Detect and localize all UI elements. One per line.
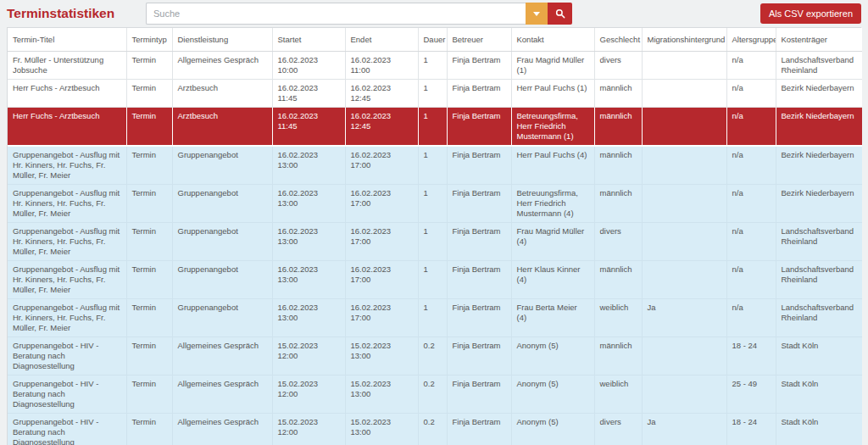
column-header-dienstleistung[interactable]: Dienstleistung [172, 28, 272, 52]
cell-termin-titel: Gruppenangebot - Ausflug mit Hr. Kinners… [8, 146, 126, 185]
table-row[interactable]: Gruppenangebot - Ausflug mit Hr. Kinners… [8, 261, 862, 299]
column-header-migrationshintergrund[interactable]: Migrationshintergrund [642, 28, 726, 52]
search-icon [555, 8, 565, 19]
cell-kostentraeger: Bezirk Niederbayern [776, 146, 862, 185]
cell-dauer: 1 [418, 80, 447, 108]
cell-altersgruppe: n/a [726, 185, 776, 223]
cell-termintyp: Termin [126, 80, 172, 108]
table-row[interactable]: Gruppenangebot - HIV - Beratung nach Dia… [8, 337, 862, 375]
cell-dienstleistung: Gruppenangebot [172, 223, 272, 261]
cell-dauer: 1 [418, 108, 447, 147]
cell-startet: 15.02.2023 12:00 [272, 337, 345, 375]
cell-betreuer: Finja Bertram [447, 299, 511, 337]
cell-endet: 16.02.2023 12:45 [345, 80, 418, 108]
cell-altersgruppe: n/a [726, 108, 776, 147]
cell-migrationshintergrund [642, 108, 726, 147]
column-header-dauer[interactable]: Dauer [418, 28, 447, 52]
chevron-down-icon [533, 12, 540, 16]
cell-kontakt: Frau Magrid Müller (4) [511, 223, 594, 261]
column-header-betreuer[interactable]: Betreuer [447, 28, 511, 52]
table-row[interactable]: Herr Fuchs - ArztbesuchTerminArztbesuch1… [8, 80, 862, 108]
cell-termintyp: Termin [126, 261, 172, 299]
export-csv-button[interactable]: Als CSV exportieren [760, 3, 861, 24]
cell-geschlecht: männlich [594, 185, 642, 223]
cell-termin-titel: Gruppenangebot - HIV - Beratung nach Dia… [8, 375, 126, 414]
cell-altersgruppe: 18 - 24 [726, 414, 776, 445]
cell-betreuer: Finja Bertram [447, 52, 511, 80]
table-row[interactable]: Gruppenangebot - HIV - Beratung nach Dia… [8, 414, 862, 445]
cell-kontakt: Herr Paul Fuchs (1) [511, 80, 594, 108]
column-header-termin-titel[interactable]: Termin-Titel [8, 28, 126, 52]
cell-termintyp: Termin [126, 52, 172, 80]
toolbar: Terminstatistiken Als CSV exportieren [0, 0, 868, 27]
cell-altersgruppe: n/a [726, 80, 776, 108]
cell-migrationshintergrund: Ja [642, 414, 726, 445]
cell-startet: 16.02.2023 10:00 [272, 52, 345, 80]
search-button[interactable] [548, 3, 572, 25]
cell-startet: 16.02.2023 11:45 [272, 108, 345, 147]
cell-kontakt: Anonym (5) [511, 414, 594, 445]
cell-termin-titel: Gruppenangebot - Ausflug mit Hr. Kinners… [8, 223, 126, 261]
table-row[interactable]: Gruppenangebot - Ausflug mit Hr. Kinners… [8, 146, 862, 185]
cell-altersgruppe: n/a [726, 223, 776, 261]
cell-dauer: 1 [418, 185, 447, 223]
cell-dienstleistung: Gruppenangebot [172, 261, 272, 299]
cell-migrationshintergrund [642, 52, 726, 80]
cell-endet: 16.02.2023 12:45 [345, 108, 418, 147]
cell-geschlecht: männlich [594, 108, 642, 147]
cell-geschlecht: divers [594, 414, 642, 445]
cell-termin-titel: Gruppenangebot - Ausflug mit Hr. Kinners… [8, 261, 126, 299]
cell-migrationshintergrund [642, 337, 726, 375]
cell-geschlecht: männlich [594, 261, 642, 299]
column-header-geschlecht[interactable]: Geschlecht [594, 28, 642, 52]
cell-kontakt: Anonym (5) [511, 375, 594, 414]
column-header-kontakt[interactable]: Kontakt [511, 28, 594, 52]
cell-startet: 16.02.2023 13:00 [272, 185, 345, 223]
cell-endet: 16.02.2023 17:00 [345, 146, 418, 185]
cell-startet: 16.02.2023 13:00 [272, 299, 345, 337]
table-row[interactable]: Gruppenangebot - Ausflug mit Hr. Kinners… [8, 299, 862, 337]
cell-migrationshintergrund [642, 261, 726, 299]
cell-dauer: 1 [418, 299, 447, 337]
cell-geschlecht: divers [594, 52, 642, 80]
appointment-statistics-table-container: Termin-TitelTermintypDienstleistungStart… [7, 27, 861, 445]
table-row[interactable]: Gruppenangebot - Ausflug mit Hr. Kinners… [8, 223, 862, 261]
cell-endet: 15.02.2023 13:00 [345, 337, 418, 375]
search-group [146, 3, 572, 25]
column-header-startet[interactable]: Startet [272, 28, 345, 52]
cell-dienstleistung: Gruppenangebot [172, 299, 272, 337]
table-row[interactable]: Herr Fuchs - ArztbesuchTerminArztbesuch1… [8, 108, 862, 147]
cell-endet: 15.02.2023 13:00 [345, 414, 418, 445]
cell-dauer: 1 [418, 261, 447, 299]
search-options-button[interactable] [526, 3, 548, 25]
column-header-endet[interactable]: Endet [345, 28, 418, 52]
table-row[interactable]: Gruppenangebot - HIV - Beratung nach Dia… [8, 375, 862, 414]
search-input[interactable] [146, 3, 526, 25]
cell-altersgruppe: n/a [726, 299, 776, 337]
cell-betreuer: Finja Bertram [447, 80, 511, 108]
table-row[interactable]: Fr. Müller - Unterstützung JobsucheTermi… [8, 52, 862, 80]
cell-altersgruppe: n/a [726, 261, 776, 299]
table-row[interactable]: Gruppenangebot - Ausflug mit Hr. Kinners… [8, 185, 862, 223]
cell-dauer: 0.2 [418, 414, 447, 445]
cell-kostentraeger: Bezirk Niederbayern [776, 185, 862, 223]
cell-dienstleistung: Allgemeines Gespräch [172, 52, 272, 80]
cell-kostentraeger: Landschaftsverband Rheinland [776, 52, 862, 80]
cell-endet: 16.02.2023 17:00 [345, 299, 418, 337]
cell-altersgruppe: 25 - 49 [726, 375, 776, 414]
cell-endet: 15.02.2023 13:00 [345, 375, 418, 414]
cell-betreuer: Finja Bertram [447, 185, 511, 223]
column-header-termintyp[interactable]: Termintyp [126, 28, 172, 52]
cell-termintyp: Termin [126, 146, 172, 185]
cell-dauer: 1 [418, 146, 447, 185]
table-header-row: Termin-TitelTermintypDienstleistungStart… [8, 28, 862, 52]
column-header-kostentraeger[interactable]: Kostenträger [776, 28, 862, 52]
cell-startet: 15.02.2023 12:00 [272, 375, 345, 414]
cell-geschlecht: weiblich [594, 375, 642, 414]
cell-endet: 16.02.2023 11:00 [345, 52, 418, 80]
cell-termin-titel: Gruppenangebot - HIV - Beratung nach Dia… [8, 414, 126, 445]
cell-betreuer: Finja Bertram [447, 337, 511, 375]
cell-geschlecht: männlich [594, 146, 642, 185]
column-header-altersgruppe[interactable]: Altersgruppe [726, 28, 776, 52]
cell-dauer: 1 [418, 223, 447, 261]
